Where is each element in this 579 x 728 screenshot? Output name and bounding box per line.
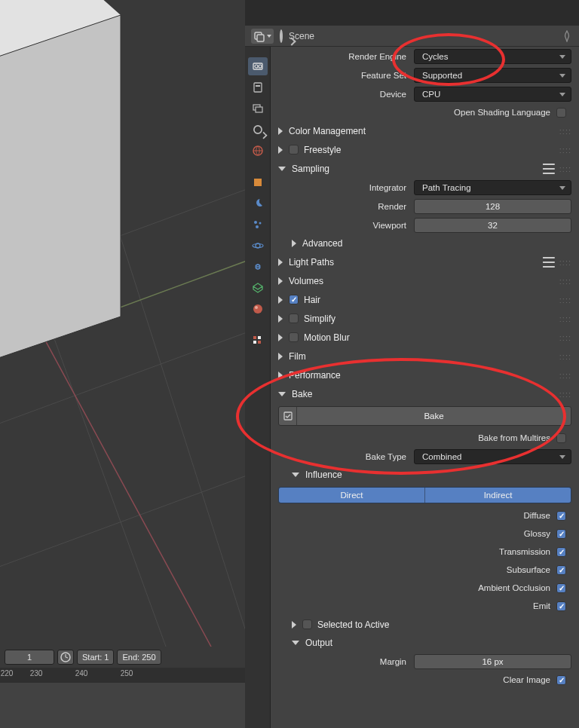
render-engine-dropdown[interactable]: Cycles xyxy=(414,49,571,64)
panel-color-management[interactable]: Color Management:::: xyxy=(271,121,579,140)
freestyle-checkbox[interactable] xyxy=(289,145,299,154)
viewport-samples-field[interactable]: 32 xyxy=(414,218,571,233)
svg-rect-23 xyxy=(256,107,262,112)
timeline-ruler[interactable]: 220 230 240 250 xyxy=(0,668,245,683)
tab-constraints[interactable] xyxy=(248,258,268,276)
margin-label: Margin xyxy=(278,657,414,666)
auto-keying-toggle[interactable] xyxy=(57,650,74,665)
tab-particles[interactable] xyxy=(248,216,268,234)
selected-to-active-checkbox[interactable] xyxy=(302,619,312,629)
sampling-presets-icon[interactable] xyxy=(543,164,555,174)
svg-rect-35 xyxy=(253,341,256,344)
subsurface-checkbox[interactable] xyxy=(556,565,566,575)
render-samples-label: Render xyxy=(278,202,414,211)
properties-panel: Scene Render Engine xyxy=(245,0,579,728)
svg-rect-25 xyxy=(254,179,262,186)
display-mode-button[interactable] xyxy=(251,29,274,44)
svg-line-14 xyxy=(66,657,68,658)
influence-indirect[interactable]: Indirect xyxy=(425,488,571,503)
bake-type-dropdown[interactable]: Combined xyxy=(414,449,571,464)
panel-output[interactable]: Output xyxy=(271,634,579,652)
panel-simplify[interactable]: Simplify:::: xyxy=(271,309,579,328)
bake-multires-checkbox[interactable] xyxy=(556,433,566,443)
tab-physics[interactable] xyxy=(248,237,268,255)
tab-material[interactable] xyxy=(248,300,268,318)
tab-object[interactable] xyxy=(248,173,268,191)
panel-influence[interactable]: Influence xyxy=(271,466,579,484)
start-frame-field[interactable]: Start: 1 xyxy=(77,650,114,665)
bake-button[interactable]: Bake xyxy=(278,406,571,426)
ao-checkbox[interactable] xyxy=(556,583,566,593)
timeline-tracks[interactable] xyxy=(0,683,245,728)
osl-checkbox[interactable] xyxy=(556,108,566,118)
ao-label: Ambient Occlusion xyxy=(478,583,550,592)
svg-point-18 xyxy=(255,65,258,68)
svg-rect-37 xyxy=(284,412,292,420)
viewport-samples-label: Viewport xyxy=(278,221,414,230)
panel-performance[interactable]: Performance:::: xyxy=(271,366,579,384)
bake-type-label: Bake Type xyxy=(278,452,414,461)
influence-toggle[interactable]: Direct Indirect xyxy=(278,487,571,503)
glossy-checkbox[interactable] xyxy=(556,529,566,539)
feature-set-label: Feature Set xyxy=(278,71,414,80)
properties-tabs xyxy=(245,47,271,728)
panel-film[interactable]: Film:::: xyxy=(271,347,579,366)
svg-rect-36 xyxy=(258,341,261,344)
feature-set-dropdown[interactable]: Supported xyxy=(414,68,571,83)
margin-field[interactable]: 16 px xyxy=(414,654,571,669)
properties-header: Scene xyxy=(245,26,579,47)
viewport-3d[interactable] xyxy=(0,0,245,647)
osl-label: Open Shading Language xyxy=(454,108,550,117)
svg-rect-33 xyxy=(253,336,256,339)
integrator-label: Integrator xyxy=(278,183,414,192)
diffuse-checkbox[interactable] xyxy=(556,511,566,521)
transmission-checkbox[interactable] xyxy=(556,547,566,557)
tab-render[interactable] xyxy=(248,57,268,75)
svg-rect-16 xyxy=(257,35,264,41)
svg-rect-34 xyxy=(258,336,261,339)
panel-sampling[interactable]: Sampling :::: xyxy=(271,159,579,178)
tab-modifiers[interactable] xyxy=(248,194,268,213)
motion-blur-checkbox[interactable] xyxy=(289,332,299,342)
subsurface-label: Subsurface xyxy=(507,565,550,574)
clear-image-checkbox[interactable] xyxy=(556,675,566,685)
panel-bake[interactable]: Bake:::: xyxy=(271,384,579,403)
svg-point-28 xyxy=(256,225,259,228)
svg-rect-20 xyxy=(254,83,262,92)
render-samples-field[interactable]: 128 xyxy=(414,199,571,214)
tab-scene[interactable] xyxy=(248,121,268,139)
panel-advanced[interactable]: Advanced xyxy=(271,234,579,252)
transmission-label: Transmission xyxy=(499,547,550,556)
simplify-checkbox[interactable] xyxy=(289,314,299,323)
pin-icon[interactable] xyxy=(561,30,573,42)
tab-mesh[interactable] xyxy=(248,279,268,297)
panel-motion-blur[interactable]: Motion Blur:::: xyxy=(271,328,579,347)
tab-view-layer[interactable] xyxy=(248,99,268,118)
render-engine-label: Render Engine xyxy=(278,52,414,61)
panel-light-paths[interactable]: Light Paths :::: xyxy=(271,252,579,271)
diffuse-label: Diffuse xyxy=(523,511,550,520)
glossy-label: Glossy xyxy=(524,529,550,538)
panel-volumes[interactable]: Volumes:::: xyxy=(271,271,579,290)
tab-output[interactable] xyxy=(248,78,268,96)
panel-freestyle[interactable]: Freestyle:::: xyxy=(271,140,579,159)
tab-texture[interactable] xyxy=(248,332,268,350)
svg-line-1 xyxy=(0,332,245,437)
light-paths-presets-icon[interactable] xyxy=(543,257,555,268)
tab-world[interactable] xyxy=(248,142,268,160)
clear-image-label: Clear Image xyxy=(503,675,550,684)
bake-icon xyxy=(279,407,297,425)
integrator-dropdown[interactable]: Path Tracing xyxy=(414,180,571,195)
hair-checkbox[interactable] xyxy=(289,295,299,304)
svg-point-32 xyxy=(255,306,258,309)
end-frame-field[interactable]: End: 250 xyxy=(117,650,161,665)
current-frame-field[interactable]: 1 xyxy=(5,650,54,665)
device-dropdown[interactable]: CPU xyxy=(414,87,571,102)
panel-selected-to-active[interactable]: Selected to Active xyxy=(271,615,579,634)
svg-marker-7 xyxy=(0,15,121,388)
bake-multires-label: Bake from Multires xyxy=(478,433,550,442)
svg-point-26 xyxy=(254,221,257,224)
emit-checkbox[interactable] xyxy=(556,601,566,611)
influence-direct[interactable]: Direct xyxy=(279,488,425,503)
panel-hair[interactable]: Hair:::: xyxy=(271,290,579,309)
